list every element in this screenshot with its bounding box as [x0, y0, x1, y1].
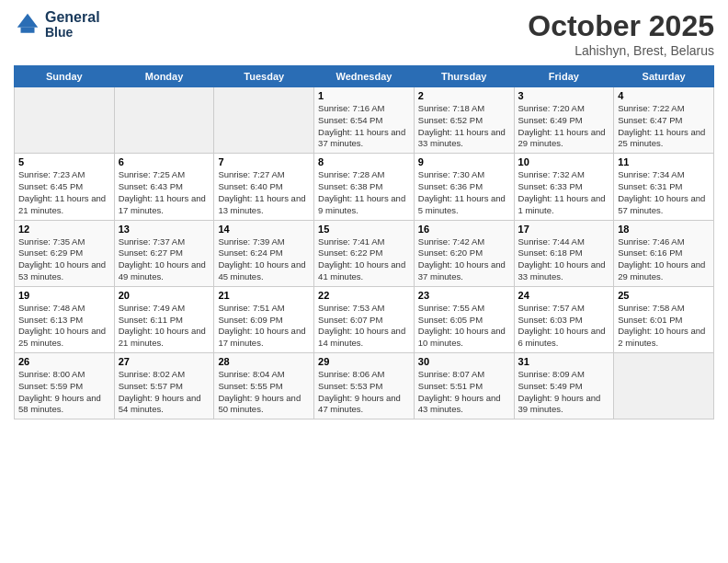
day-header-sunday: Sunday	[15, 66, 115, 87]
day-number: 25	[618, 290, 710, 301]
week-row-1: 1Sunrise: 7:16 AM Sunset: 6:54 PM Daylig…	[15, 87, 714, 154]
week-row-3: 12Sunrise: 7:35 AM Sunset: 6:29 PM Dayli…	[15, 220, 714, 286]
day-info: Sunrise: 7:58 AM Sunset: 6:01 PM Dayligh…	[618, 303, 710, 350]
day-info: Sunrise: 7:53 AM Sunset: 6:07 PM Dayligh…	[318, 303, 410, 350]
day-header-tuesday: Tuesday	[214, 66, 314, 87]
day-number: 13	[119, 224, 210, 235]
calendar-cell: 19Sunrise: 7:48 AM Sunset: 6:13 PM Dayli…	[15, 286, 115, 352]
calendar-cell: 16Sunrise: 7:42 AM Sunset: 6:20 PM Dayli…	[414, 220, 514, 286]
calendar-cell: 22Sunrise: 7:53 AM Sunset: 6:07 PM Dayli…	[314, 286, 415, 352]
day-number: 16	[418, 224, 510, 235]
day-number: 12	[18, 224, 110, 235]
calendar-cell: 14Sunrise: 7:39 AM Sunset: 6:24 PM Dayli…	[214, 220, 314, 286]
calendar-cell: 28Sunrise: 8:04 AM Sunset: 5:55 PM Dayli…	[214, 353, 314, 419]
day-number: 29	[318, 356, 410, 367]
calendar-cell: 30Sunrise: 8:07 AM Sunset: 5:51 PM Dayli…	[414, 353, 514, 419]
day-header-monday: Monday	[114, 66, 214, 87]
days-header-row: SundayMondayTuesdayWednesdayThursdayFrid…	[15, 66, 714, 87]
day-info: Sunrise: 7:42 AM Sunset: 6:20 PM Dayligh…	[418, 236, 510, 283]
day-info: Sunrise: 7:48 AM Sunset: 6:13 PM Dayligh…	[18, 303, 110, 350]
day-info: Sunrise: 8:00 AM Sunset: 5:59 PM Dayligh…	[18, 369, 110, 416]
title-block: October 2025 Lahishyn, Brest, Belarus	[528, 9, 714, 58]
day-number: 9	[418, 156, 510, 167]
calendar-cell: 31Sunrise: 8:09 AM Sunset: 5:49 PM Dayli…	[514, 353, 614, 419]
day-number: 7	[218, 156, 310, 167]
day-header-thursday: Thursday	[414, 66, 514, 87]
day-number: 30	[418, 356, 510, 367]
day-number: 6	[119, 156, 210, 167]
day-number: 28	[218, 356, 310, 367]
calendar-cell: 8Sunrise: 7:28 AM Sunset: 6:38 PM Daylig…	[314, 154, 415, 220]
day-header-friday: Friday	[514, 66, 614, 87]
calendar-cell: 26Sunrise: 8:00 AM Sunset: 5:59 PM Dayli…	[15, 353, 115, 419]
day-info: Sunrise: 7:57 AM Sunset: 6:03 PM Dayligh…	[518, 303, 610, 350]
calendar-subtitle: Lahishyn, Brest, Belarus	[528, 43, 714, 58]
calendar-cell: 20Sunrise: 7:49 AM Sunset: 6:11 PM Dayli…	[114, 286, 214, 352]
calendar-cell: 27Sunrise: 8:02 AM Sunset: 5:57 PM Dayli…	[114, 353, 214, 419]
logo-icon	[14, 10, 41, 38]
day-number: 31	[518, 356, 610, 367]
calendar-cell: 1Sunrise: 7:16 AM Sunset: 6:54 PM Daylig…	[314, 87, 415, 154]
calendar-cell: 12Sunrise: 7:35 AM Sunset: 6:29 PM Dayli…	[15, 220, 115, 286]
day-number: 19	[18, 290, 110, 301]
calendar-cell: 23Sunrise: 7:55 AM Sunset: 6:05 PM Dayli…	[414, 286, 514, 352]
logo-line1: General	[45, 9, 100, 26]
day-number: 1	[318, 90, 410, 101]
day-info: Sunrise: 7:27 AM Sunset: 6:40 PM Dayligh…	[218, 169, 310, 216]
calendar-cell: 4Sunrise: 7:22 AM Sunset: 6:47 PM Daylig…	[614, 87, 714, 154]
calendar-cell	[214, 87, 314, 154]
day-info: Sunrise: 7:55 AM Sunset: 6:05 PM Dayligh…	[418, 303, 510, 350]
day-number: 4	[618, 90, 710, 101]
day-info: Sunrise: 7:51 AM Sunset: 6:09 PM Dayligh…	[218, 303, 310, 350]
day-number: 3	[518, 90, 610, 101]
day-info: Sunrise: 7:49 AM Sunset: 6:11 PM Dayligh…	[119, 303, 210, 350]
day-info: Sunrise: 7:32 AM Sunset: 6:33 PM Dayligh…	[518, 169, 610, 216]
page-container: General Blue October 2025 Lahishyn, Bres…	[0, 0, 728, 424]
day-info: Sunrise: 8:09 AM Sunset: 5:49 PM Dayligh…	[518, 369, 610, 416]
day-number: 5	[18, 156, 110, 167]
day-info: Sunrise: 7:44 AM Sunset: 6:18 PM Dayligh…	[518, 236, 610, 283]
calendar-cell: 6Sunrise: 7:25 AM Sunset: 6:43 PM Daylig…	[114, 154, 214, 220]
calendar-cell: 13Sunrise: 7:37 AM Sunset: 6:27 PM Dayli…	[114, 220, 214, 286]
day-info: Sunrise: 7:18 AM Sunset: 6:52 PM Dayligh…	[418, 103, 510, 150]
day-info: Sunrise: 7:25 AM Sunset: 6:43 PM Dayligh…	[119, 169, 210, 216]
calendar-cell: 2Sunrise: 7:18 AM Sunset: 6:52 PM Daylig…	[414, 87, 514, 154]
calendar-cell: 15Sunrise: 7:41 AM Sunset: 6:22 PM Dayli…	[314, 220, 415, 286]
day-number: 20	[119, 290, 210, 301]
calendar-cell: 5Sunrise: 7:23 AM Sunset: 6:45 PM Daylig…	[15, 154, 115, 220]
day-number: 21	[218, 290, 310, 301]
day-number: 22	[318, 290, 410, 301]
calendar-cell	[614, 353, 714, 419]
day-number: 17	[518, 224, 610, 235]
svg-rect-1	[21, 28, 35, 33]
calendar-cell: 21Sunrise: 7:51 AM Sunset: 6:09 PM Dayli…	[214, 286, 314, 352]
logo-text: General Blue	[45, 9, 100, 40]
day-number: 2	[418, 90, 510, 101]
day-number: 11	[618, 156, 710, 167]
day-info: Sunrise: 7:20 AM Sunset: 6:49 PM Dayligh…	[518, 103, 610, 150]
header: General Blue October 2025 Lahishyn, Bres…	[14, 9, 714, 58]
day-info: Sunrise: 7:30 AM Sunset: 6:36 PM Dayligh…	[418, 169, 510, 216]
logo-line2: Blue	[45, 26, 100, 40]
week-row-5: 26Sunrise: 8:00 AM Sunset: 5:59 PM Dayli…	[15, 353, 714, 419]
calendar-cell: 9Sunrise: 7:30 AM Sunset: 6:36 PM Daylig…	[414, 154, 514, 220]
day-number: 10	[518, 156, 610, 167]
calendar-cell: 10Sunrise: 7:32 AM Sunset: 6:33 PM Dayli…	[514, 154, 614, 220]
calendar-cell: 18Sunrise: 7:46 AM Sunset: 6:16 PM Dayli…	[614, 220, 714, 286]
day-number: 15	[318, 224, 410, 235]
day-info: Sunrise: 7:41 AM Sunset: 6:22 PM Dayligh…	[318, 236, 410, 283]
calendar-cell	[15, 87, 115, 154]
calendar-cell	[114, 87, 214, 154]
day-info: Sunrise: 7:37 AM Sunset: 6:27 PM Dayligh…	[119, 236, 210, 283]
svg-marker-0	[17, 14, 39, 28]
calendar-cell: 24Sunrise: 7:57 AM Sunset: 6:03 PM Dayli…	[514, 286, 614, 352]
calendar-cell: 25Sunrise: 7:58 AM Sunset: 6:01 PM Dayli…	[614, 286, 714, 352]
calendar-cell: 29Sunrise: 8:06 AM Sunset: 5:53 PM Dayli…	[314, 353, 415, 419]
day-info: Sunrise: 7:16 AM Sunset: 6:54 PM Dayligh…	[318, 103, 410, 150]
day-info: Sunrise: 7:46 AM Sunset: 6:16 PM Dayligh…	[618, 236, 710, 283]
day-number: 26	[18, 356, 110, 367]
calendar-title: October 2025	[528, 9, 714, 43]
day-info: Sunrise: 7:23 AM Sunset: 6:45 PM Dayligh…	[18, 169, 110, 216]
day-info: Sunrise: 8:07 AM Sunset: 5:51 PM Dayligh…	[418, 369, 510, 416]
week-row-2: 5Sunrise: 7:23 AM Sunset: 6:45 PM Daylig…	[15, 154, 714, 220]
